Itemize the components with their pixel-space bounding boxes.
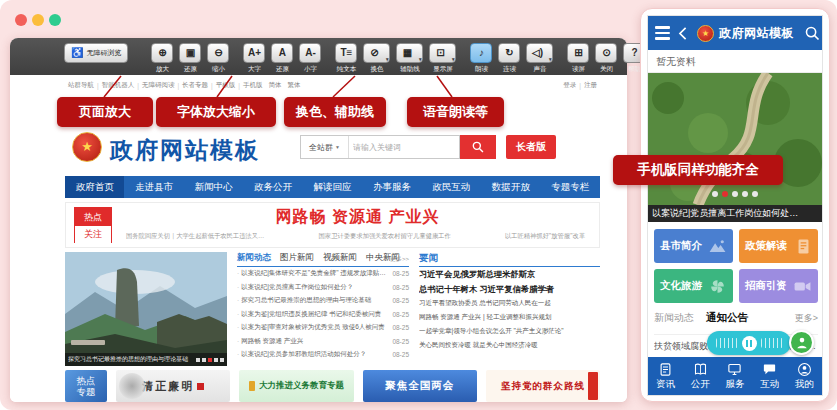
toolbar-button-continuous-read[interactable]: ↻连读: [497, 43, 521, 74]
hot-sublink[interactable]: 国务院回应关切｜大学生起薪低于农民工违法又…: [126, 232, 264, 241]
hot-sublink[interactable]: 国家卫计委要求加强关爱农村留守儿童健康工作: [319, 232, 451, 241]
register-link[interactable]: 注册: [584, 81, 597, 90]
key-news-item[interactable]: 网路畅 资源通 产业兴 | 轻工业调整和振兴规划: [419, 310, 600, 324]
topic-banner-mass-line[interactable]: 坚持党的群众路线: [486, 370, 600, 402]
key-news-featured[interactable]: 习近平会见俄罗斯总理米舒斯京: [419, 267, 600, 282]
zoom-in-icon: ⊕: [151, 43, 173, 63]
nav-item-special-topics[interactable]: 专题专栏: [541, 176, 600, 198]
hot-badge-bottom: 关注: [75, 226, 111, 243]
topic-banner-education[interactable]: 大力推进义务教育专题: [239, 370, 353, 402]
tile-investment[interactable]: 招商引资: [739, 269, 818, 303]
video-camera-icon: [793, 277, 812, 296]
tab-photo-news[interactable]: 图片新闻: [280, 252, 314, 266]
search-icon[interactable]: [804, 25, 821, 42]
mobile-nav-news[interactable]: 资讯: [648, 357, 683, 395]
search-scope-dropdown[interactable]: 全站群▼: [301, 136, 349, 158]
news-list-item[interactable]: ·以案说纪|党员参加邪教组织活动如何处分？08-25: [237, 348, 409, 362]
topic-banner-integrity[interactable]: 清正廉明: [116, 370, 230, 402]
key-news-item[interactable]: 关心民间投资冷暖 就是关心中国经济冷暖: [419, 338, 600, 352]
window-maximize-dot[interactable]: [49, 14, 61, 26]
window-close-dot[interactable]: [15, 14, 27, 26]
nav-item-interaction[interactable]: 政民互动: [422, 176, 481, 198]
news-more-link[interactable]: 更多>>: [390, 255, 409, 264]
key-news-item[interactable]: 习近平看望政协委员 总书记同劳动人民在一起: [419, 296, 600, 310]
tile-county-intro[interactable]: 县市简介: [654, 229, 733, 263]
torch-decoration: [249, 381, 255, 391]
news-list-item[interactable]: ·网路畅 资源通 产业兴08-25: [237, 335, 409, 349]
tile-culture-tourism[interactable]: 文化旅游: [654, 269, 733, 303]
utility-link-simplified[interactable]: 简体: [269, 81, 282, 90]
utility-link-tablet[interactable]: 平板版: [216, 81, 236, 90]
nav-item-home[interactable]: 政府首页: [65, 176, 124, 198]
tab-video-news[interactable]: 视频新闻: [323, 252, 357, 266]
mobile-nav-services[interactable]: 服务: [718, 357, 753, 395]
utility-link-accessibility[interactable]: 无障碍阅读: [142, 81, 175, 90]
utility-link-robot[interactable]: 智能机器人: [102, 81, 135, 90]
news-list-item[interactable]: ·以案为鉴|党组织违反换届纪律 书记和纪委被问责08-25: [237, 308, 409, 322]
mobile-nav-interaction[interactable]: 互动: [752, 357, 787, 395]
utility-link-traditional[interactable]: 繁体: [288, 81, 301, 90]
audio-player-pill[interactable]: [707, 331, 791, 355]
utility-link-mobile[interactable]: 手机版: [243, 81, 263, 90]
toolbar-button-sound[interactable]: ◁)▾声音: [525, 43, 554, 74]
pause-icon[interactable]: [742, 336, 757, 351]
mobile-news-tabs: 新闻动态 通知公告 更多>: [654, 311, 818, 325]
nav-item-news[interactable]: 新闻中心: [184, 176, 243, 198]
toolbar-button-font-larger[interactable]: A+大字: [242, 43, 266, 74]
news-list-item[interactable]: ·探究习总书记最推崇的思想的理由与理论基础08-25: [237, 294, 409, 308]
mobile-nav-profile[interactable]: 我的: [787, 357, 822, 395]
search-button[interactable]: [460, 135, 496, 159]
tab-news-updates[interactable]: 新闻动态: [237, 252, 271, 266]
nav-item-interpretation[interactable]: 解读回应: [303, 176, 362, 198]
photo-carousel[interactable]: 探究习总书记最推崇的思想的理由与理论基础: [65, 252, 227, 366]
toolbar-button-font-reset[interactable]: A还原: [270, 43, 294, 74]
news-list-item[interactable]: ·以案说纪|集体研究不是"免责金牌" 违规发放津贴被处…08-25: [237, 267, 409, 281]
search-input[interactable]: [349, 143, 459, 152]
hot-sublink[interactable]: 以工匠精神抓好"放管服"改革: [505, 232, 585, 241]
toolbar-button-read-aloud[interactable]: ♪朗读: [469, 43, 493, 74]
accessibility-assistant-fab[interactable]: [789, 330, 814, 355]
nav-item-services[interactable]: 办事服务: [362, 176, 421, 198]
toolbar-button-font-smaller[interactable]: A-小字: [298, 43, 322, 74]
mobile-carousel-photo[interactable]: [648, 73, 823, 205]
window-minimize-dot[interactable]: [32, 14, 44, 26]
hamburger-menu-icon[interactable]: [655, 26, 670, 39]
nav-item-open-data[interactable]: 数据开放: [481, 176, 540, 198]
back-chevron-icon[interactable]: [675, 25, 692, 42]
elder-version-button[interactable]: 长者版: [506, 135, 556, 159]
toolbar-button-screen-reader[interactable]: ⊞读屏: [566, 43, 590, 74]
toolbar-button-guide-line[interactable]: ▦▾辅助线: [395, 43, 424, 74]
mobile-carousel-caption[interactable]: 以案说纪|党员擅离工作岗位如何处…: [648, 205, 823, 222]
utility-link-site-nav[interactable]: 站群导航: [68, 81, 94, 90]
nav-item-gov-info[interactable]: 政务公开: [243, 176, 302, 198]
key-news-item[interactable]: 一起学党章|领导小组会议怎么开 "共产主义渺茫论": [419, 324, 600, 338]
toolbar-button-color-switch[interactable]: ⊘▾换色: [362, 43, 391, 74]
hot-news-section: 热点 关注 网路畅 资源通 产业兴 国务院回应关切｜大学生起薪低于农民工违法又……: [65, 202, 600, 248]
hot-headline[interactable]: 网路畅 资源通 产业兴: [126, 207, 589, 228]
carousel-caption[interactable]: 探究习总书记最推崇的思想的理由与理论基础: [68, 353, 193, 366]
toolbar-button-zoom-reset[interactable]: ▣还原: [178, 43, 202, 74]
toolbar-button-plain-text[interactable]: T≡纯文本: [334, 43, 358, 74]
tab-news-updates[interactable]: 新闻动态: [654, 311, 694, 325]
toolbar-button-screen[interactable]: ⊡▾显示屏: [428, 43, 457, 74]
toolbar-button-power-off[interactable]: ⊙关闭: [594, 43, 618, 74]
news-list-item[interactable]: ·以案为鉴|审查对象被评为优秀党员 致使6人被问责08-25: [237, 321, 409, 335]
carousel-dots[interactable]: [196, 358, 224, 362]
tab-notices[interactable]: 通知公告: [706, 311, 748, 325]
utility-link-elder[interactable]: 长者专题: [182, 81, 208, 90]
key-news-featured[interactable]: 总书记十年树木 习近平复信希腊学者: [419, 282, 600, 297]
topic-banner-two-sessions[interactable]: 聚焦全国两会: [363, 370, 477, 402]
toolbar-group-display: T≡纯文本 ⊘▾换色 ▦▾辅助线 ⊡▾显示屏: [334, 43, 457, 74]
tile-policy-interpretation[interactable]: 政策解读: [739, 229, 818, 263]
toolbar-button-zoom-out[interactable]: ⊖缩小: [206, 43, 230, 74]
mobile-more-link[interactable]: 更多>: [795, 312, 818, 325]
toolbar-button-zoom-in[interactable]: ⊕放大: [150, 43, 174, 74]
main-nav: 政府首页 走进县市 新闻中心 政务公开 解读回应 办事服务 政民互动 数据开放 …: [65, 176, 600, 198]
mobile-carousel-dots[interactable]: [648, 191, 822, 197]
login-link[interactable]: 登录: [563, 81, 576, 90]
accessibility-browse-button[interactable]: ♿ 无障碍浏览: [64, 43, 128, 63]
news-list-item[interactable]: ·以案说纪|党员擅离工作岗位如何处分？08-25: [237, 281, 409, 295]
empty-notice: 暂无资料: [648, 50, 822, 73]
mobile-nav-open-info[interactable]: 公开: [683, 357, 718, 395]
nav-item-counties[interactable]: 走进县市: [124, 176, 183, 198]
